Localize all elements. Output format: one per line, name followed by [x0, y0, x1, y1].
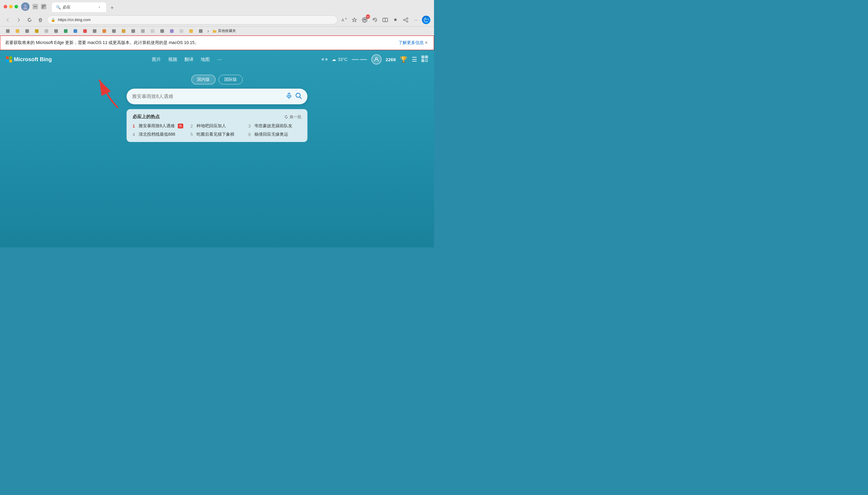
- minimize-window-button[interactable]: [9, 5, 13, 8]
- bookmark-item[interactable]: [4, 29, 12, 33]
- bookmark-item[interactable]: [177, 29, 186, 33]
- bookmark-item[interactable]: [33, 29, 41, 33]
- more-options-button[interactable]: ···: [412, 16, 420, 24]
- extensions-button[interactable]: 43: [361, 16, 369, 24]
- forward-button[interactable]: [15, 16, 23, 24]
- bookmark-item[interactable]: [148, 29, 157, 33]
- edge-browser-icon[interactable]: [422, 16, 430, 24]
- tab-title: 必应: [63, 4, 95, 10]
- bookmark-item[interactable]: [62, 29, 70, 33]
- active-tab[interactable]: 🔍 必应 ×: [52, 2, 106, 12]
- bing-hamburger-menu[interactable]: ☰: [412, 56, 417, 63]
- alert-learn-more-link[interactable]: 了解更多信息: [398, 40, 424, 46]
- bing-search-tabs: 国内版 国际版: [191, 75, 243, 84]
- bookmark-item[interactable]: [139, 29, 147, 33]
- svg-rect-55: [427, 59, 428, 60]
- alert-banner: 若要获取将来的 Microsoft Edge 更新，需要 macOS 11 或更…: [0, 36, 434, 50]
- alert-message: 若要获取将来的 Microsoft Edge 更新，需要 macOS 11 或更…: [5, 40, 393, 46]
- collections-button[interactable]: [391, 16, 400, 24]
- bing-nav-right: ☁ 33°C 2269 🏆 ☰: [322, 54, 428, 65]
- bing-weather[interactable]: ☁ 33°C: [332, 57, 347, 62]
- bookmark-item[interactable]: [119, 29, 128, 33]
- bookmark-item[interactable]: [13, 29, 22, 33]
- bookmarks-more-button[interactable]: ›: [207, 28, 209, 34]
- bookmarks-folder[interactable]: 其他收藏夹: [210, 28, 238, 34]
- svg-rect-43: [9, 56, 12, 59]
- svg-text:A: A: [342, 18, 344, 22]
- hot-topic-item-5[interactable]: 5 吃菌后看见猫下象棋: [190, 132, 244, 137]
- tab-close-button[interactable]: ×: [97, 5, 102, 10]
- window-control-1[interactable]: [33, 4, 38, 9]
- svg-rect-53: [425, 59, 426, 60]
- bookmark-item[interactable]: [158, 29, 167, 33]
- hot-topics-refresh-button[interactable]: 换一批: [284, 114, 301, 120]
- refresh-button[interactable]: [25, 16, 34, 24]
- bing-points[interactable]: 2269: [386, 57, 396, 62]
- svg-rect-5: [42, 7, 44, 8]
- hot-topic-item-6[interactable]: 6 杨倩回应无缘奥运: [248, 132, 301, 137]
- hot-topic-item-3[interactable]: 3 韦世豪故意踢前队友: [248, 123, 301, 129]
- hot-topics-header: 必应上的热点 换一批: [133, 114, 301, 120]
- traffic-lights: [4, 5, 18, 8]
- bing-search-input[interactable]: [132, 94, 283, 99]
- nav-bar: 🔒 https://cn.bing.com A 43: [0, 13, 434, 27]
- hot-topic-item-1[interactable]: 1 雅安暴雨致8人遇难 热: [133, 123, 186, 129]
- bookmark-item[interactable]: [168, 29, 176, 33]
- svg-rect-45: [9, 60, 12, 63]
- bookmark-item[interactable]: [81, 29, 89, 33]
- svg-rect-3: [42, 5, 44, 6]
- bing-logo[interactable]: Microsoft Bing: [6, 56, 52, 63]
- bing-logo-text: Microsoft Bing: [14, 56, 52, 63]
- location-bar: [352, 59, 367, 60]
- bing-tab-domestic[interactable]: 国内版: [191, 75, 215, 84]
- hot-topics-grid: 1 雅安暴雨致8人遇难 热 2 种地吧回应加人 3 韦世豪故意踢前队友 4 清: [133, 123, 301, 137]
- svg-rect-56: [425, 60, 426, 61]
- bing-search-button[interactable]: [295, 92, 302, 101]
- window-controls: [33, 4, 47, 9]
- bookmark-item[interactable]: [196, 29, 205, 33]
- weather-icon: ☁: [332, 57, 336, 62]
- maximize-window-button[interactable]: [15, 5, 18, 8]
- svg-rect-57: [427, 60, 428, 61]
- read-aloud-button[interactable]: A: [340, 16, 348, 24]
- svg-point-15: [403, 19, 405, 20]
- profile-avatar[interactable]: [21, 2, 30, 11]
- bookmark-item[interactable]: [129, 29, 137, 33]
- svg-rect-42: [6, 56, 9, 59]
- new-tab-button[interactable]: +: [108, 4, 116, 12]
- history-button[interactable]: [371, 16, 379, 24]
- bookmark-item[interactable]: [90, 29, 99, 33]
- bookmark-item[interactable]: [23, 29, 31, 33]
- bookmark-item[interactable]: [52, 29, 60, 33]
- bing-content: Microsoft Bing 图片 视频 翻译 地图 ··· ☁ 33°C: [0, 50, 434, 248]
- bing-nav-translate[interactable]: 翻译: [185, 57, 193, 63]
- back-button[interactable]: [4, 16, 12, 24]
- bookmark-item[interactable]: [42, 29, 51, 33]
- hot-topic-item-4[interactable]: 4 清北投档线最低688: [133, 132, 186, 137]
- close-window-button[interactable]: [4, 5, 7, 8]
- split-screen-button[interactable]: [381, 16, 389, 24]
- bing-qr-button[interactable]: [421, 55, 428, 64]
- bing-navbar: Microsoft Bing 图片 视频 翻译 地图 ··· ☁ 33°C: [0, 50, 434, 69]
- bing-nav-maps[interactable]: 地图: [201, 57, 210, 63]
- alert-close-button[interactable]: ×: [424, 39, 429, 47]
- bookmark-item[interactable]: [110, 29, 118, 33]
- bing-tab-international[interactable]: 国际版: [219, 75, 243, 84]
- home-button[interactable]: [36, 16, 45, 24]
- bookmark-item[interactable]: [100, 29, 108, 33]
- bing-mic-button[interactable]: [286, 92, 292, 101]
- hot-topic-item-2[interactable]: 2 种地吧回应加人: [190, 123, 244, 129]
- bing-search-box[interactable]: [126, 89, 308, 104]
- favorites-button[interactable]: [350, 16, 359, 24]
- bing-nav-videos[interactable]: 视频: [168, 57, 177, 63]
- bing-user-button[interactable]: [371, 54, 382, 65]
- bing-nav-more-button[interactable]: ···: [217, 56, 222, 63]
- bookmark-item[interactable]: [71, 29, 80, 33]
- share-button[interactable]: [401, 16, 410, 24]
- bing-nav-images[interactable]: 图片: [152, 57, 161, 63]
- address-bar[interactable]: 🔒 https://cn.bing.com: [47, 15, 337, 24]
- window-control-2[interactable]: [41, 4, 47, 9]
- bookmark-item[interactable]: [187, 29, 195, 33]
- svg-point-1: [23, 7, 28, 10]
- svg-line-63: [300, 97, 302, 99]
